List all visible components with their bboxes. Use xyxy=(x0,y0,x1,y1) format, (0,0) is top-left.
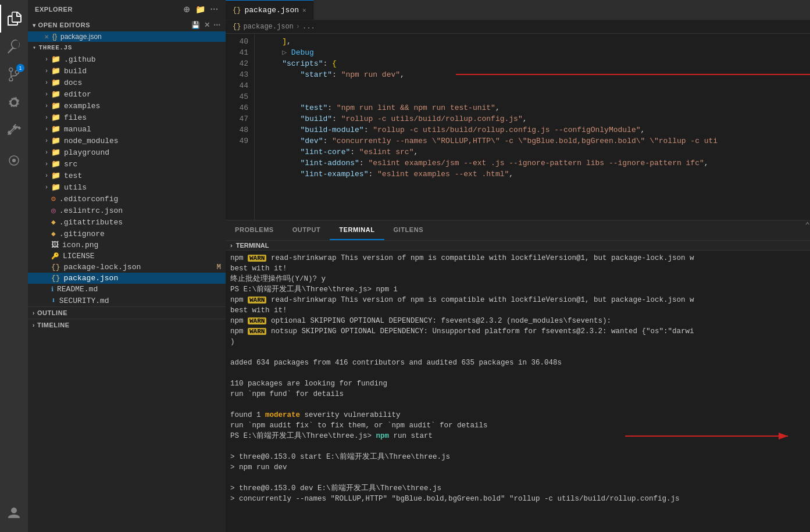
threejs-root-label: THREE.JS xyxy=(39,44,72,51)
new-file-icon[interactable]: ⊕ xyxy=(183,5,191,14)
line-numbers: 40 41 42 43 44 45 46 47 48 49 xyxy=(226,34,255,220)
sidebar-title: EXPLORER xyxy=(35,6,73,13)
editorconfig-icon: ⚙ xyxy=(51,194,56,203)
threejs-root-toggle[interactable]: ▾ THREE.JS xyxy=(28,42,226,53)
panel-tab-output[interactable]: OUTPUT xyxy=(283,220,330,240)
breadcrumb-file-icon: {} xyxy=(233,23,241,31)
folder-arrow: › xyxy=(42,80,51,86)
file-label: SECURITY.md xyxy=(59,297,109,305)
folder-utils[interactable]: › 📁 utils xyxy=(28,181,226,193)
terminal-line-2: best with it! xyxy=(230,263,805,274)
breadcrumb-sep: › xyxy=(296,23,300,31)
file-package-json[interactable]: › {} package.json xyxy=(28,273,226,284)
file-package-lock-json[interactable]: › {} package-lock.json M xyxy=(28,262,226,273)
panel-title-arrow: › xyxy=(230,242,233,249)
panel-tab-problems[interactable]: PROBLEMS xyxy=(226,220,283,240)
folder-arrow: › xyxy=(42,126,51,133)
more-options-icon[interactable]: ⋯ xyxy=(210,5,219,14)
panel: PROBLEMS OUTPUT TERMINAL GITLENS ⌃ › TER… xyxy=(226,220,810,532)
open-editors-section: ▾ OPEN EDITORS 💾 ✕ ⋯ ✕ {} package.json xyxy=(28,19,226,42)
new-folder-icon[interactable]: 📁 xyxy=(195,5,206,14)
run-debug-activity-icon[interactable] xyxy=(0,88,28,116)
timeline-toggle[interactable]: › TIMELINE xyxy=(28,319,226,331)
file-gitignore[interactable]: › ◆ .gitignore xyxy=(28,228,226,240)
terminal-line-three-dev: > three@0.153.0 dev E:\前端开发工具\Three\thre… xyxy=(230,483,805,494)
panel-tab-gitlens[interactable]: GITLENS xyxy=(384,220,433,240)
line-num-44: 44 xyxy=(226,80,254,91)
terminal-line-vuln: found 1 moderate severity vulnerability xyxy=(230,410,805,420)
close-tab-icon[interactable]: ✕ xyxy=(302,6,306,14)
remote-explorer-activity-icon[interactable] xyxy=(0,147,28,174)
line-num-46: 46 xyxy=(226,102,254,113)
moderate-badge: moderate xyxy=(265,411,300,419)
file-icon-png[interactable]: › 🖼 icon.png xyxy=(28,240,226,251)
folder-label: editor xyxy=(64,90,91,99)
code-content[interactable]: ], ▷ Debug "scripts": { "start": "npm ru… xyxy=(255,34,810,220)
svg-point-1 xyxy=(12,159,16,162)
problems-tab-label: PROBLEMS xyxy=(235,226,274,233)
folder-arrow: › xyxy=(42,149,51,156)
terminal-tab-label: TERMINAL xyxy=(339,226,374,233)
folder-icon: 📁 xyxy=(51,55,60,64)
folder-editor[interactable]: › 📁 editor xyxy=(28,88,226,100)
folder-test[interactable]: › 📁 test xyxy=(28,170,226,181)
folder-build[interactable]: › 📁 build xyxy=(28,65,226,77)
line-num-42: 42 xyxy=(226,58,254,69)
open-editor-filename: package.json xyxy=(60,33,102,41)
file-editorconfig[interactable]: › ⚙ .editorconfig xyxy=(28,193,226,205)
sidebar-header-icons: ⊕ 📁 ⋯ xyxy=(183,5,219,14)
folder-label: files xyxy=(64,113,87,122)
warn-badge-optional: WARN xyxy=(248,317,266,324)
panel-title-label: TERMINAL xyxy=(236,242,269,249)
outline-toggle[interactable]: › OUTLINE xyxy=(28,307,226,319)
folder-examples[interactable]: › 📁 examples xyxy=(28,100,226,112)
terminal-content[interactable]: npm WARN read-shrinkwrap This version of… xyxy=(226,251,810,532)
file-gitattributes[interactable]: › ◆ .gitattributes xyxy=(28,216,226,228)
open-editors-more-icon[interactable]: ⋯ xyxy=(213,21,221,29)
folder-label: .github xyxy=(64,55,96,64)
terminal-line-added: added 634 packages from 416 contributors… xyxy=(230,358,805,368)
code-line-47: "lint-core": "eslint src", xyxy=(264,147,810,158)
main-area: {} package.json ✕ {} package.json › ... … xyxy=(226,0,810,532)
close-all-icon[interactable]: ✕ xyxy=(204,21,210,29)
folder-docs[interactable]: › 📁 docs xyxy=(28,77,226,88)
folder-label: node_modules xyxy=(64,137,119,145)
close-editor-icon[interactable]: ✕ xyxy=(44,34,49,40)
eslint-icon: ◎ xyxy=(51,206,56,215)
breadcrumb: {} package.json › ... xyxy=(226,20,810,34)
file-eslintrc[interactable]: › ◎ .eslintrc.json xyxy=(28,205,226,216)
folder-label: utils xyxy=(64,183,87,192)
explorer-activity-icon[interactable] xyxy=(0,5,28,33)
source-control-activity-icon[interactable]: 1 xyxy=(0,60,28,88)
folder-src[interactable]: › 📁 src xyxy=(28,158,226,170)
panel-maximize-icon[interactable]: ⌃ xyxy=(805,220,810,240)
file-label: .editorconfig xyxy=(59,195,118,203)
file-label: .eslintrc.json xyxy=(59,206,123,215)
terminal-line-three-start: > three@0.153.0 start E:\前端开发工具\Three\th… xyxy=(230,452,805,462)
folder-icon: 📁 xyxy=(51,101,60,110)
open-editors-toggle[interactable]: ▾ OPEN EDITORS 💾 ✕ ⋯ xyxy=(28,19,226,31)
account-activity-icon[interactable] xyxy=(0,499,28,527)
save-all-icon[interactable]: 💾 xyxy=(191,21,201,29)
folder-icon: 📁 xyxy=(51,78,60,87)
panel-tab-terminal[interactable]: TERMINAL xyxy=(330,220,384,240)
folder-files[interactable]: › 📁 files xyxy=(28,112,226,123)
extensions-activity-icon[interactable] xyxy=(0,116,28,144)
folder-label: manual xyxy=(64,125,91,134)
terminal-line-npm-run-start: PS E:\前端开发工具\Three\three.js> npm run sta… xyxy=(230,431,805,441)
file-readme[interactable]: › ℹ README.md xyxy=(28,284,226,295)
folder-github[interactable]: › 📁 .github xyxy=(28,53,226,65)
file-license[interactable]: › 🔑 LICENSE xyxy=(28,251,226,262)
folder-node-modules[interactable]: › 📁 node_modules xyxy=(28,135,226,147)
file-security[interactable]: › ⬇ SECURITY.md xyxy=(28,295,226,306)
package-lock-icon: {} xyxy=(51,263,60,272)
source-control-badge: 1 xyxy=(16,64,24,72)
folder-label: test xyxy=(64,172,82,180)
folder-manual[interactable]: › 📁 manual xyxy=(28,123,226,135)
folder-playground[interactable]: › 📁 playground xyxy=(28,147,226,158)
terminal-line-3: 终止批处理操作吗(Y/N)? y xyxy=(230,274,805,284)
open-editor-package-json[interactable]: ✕ {} package.json xyxy=(28,31,226,42)
tab-package-json[interactable]: {} package.json ✕ xyxy=(226,0,314,20)
license-icon: 🔑 xyxy=(51,252,59,260)
search-activity-icon[interactable] xyxy=(0,33,28,60)
